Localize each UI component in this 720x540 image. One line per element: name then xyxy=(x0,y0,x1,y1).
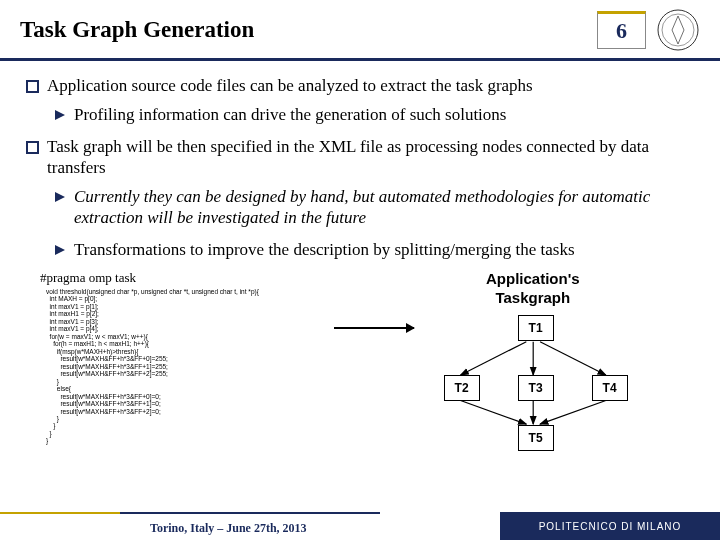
graph-node-t3: T3 xyxy=(518,375,554,401)
slide-footer: Torino, Italy – June 27th, 2013 POLITECN… xyxy=(0,512,720,540)
svg-line-8 xyxy=(540,342,606,375)
svg-marker-4 xyxy=(55,245,65,255)
triangle-bullet-icon xyxy=(54,109,66,125)
square-bullet-icon xyxy=(26,141,39,154)
arrow-icon xyxy=(334,327,414,329)
page-number: 6 xyxy=(616,18,627,43)
bullet-main-1: Application source code files can be ana… xyxy=(26,75,694,96)
graph-node-t5: T5 xyxy=(518,425,554,451)
graph-title: Application's Taskgraph xyxy=(386,270,680,308)
code-body: void threshold(unsigned char *p, unsigne… xyxy=(40,288,386,445)
bullet-sub-1: Profiling information can drive the gene… xyxy=(54,104,694,125)
bullet-text: Task graph will be then specified in the… xyxy=(47,136,694,179)
pragma-line: #pragma omp task xyxy=(40,270,386,286)
graph-node-t1: T1 xyxy=(518,315,554,341)
square-bullet-icon xyxy=(26,80,39,93)
code-snippet: #pragma omp task void threshold(unsigned… xyxy=(40,270,386,448)
bullet-text: Application source code files can be ana… xyxy=(47,75,533,96)
bullet-sub-3: Transformations to improve the descripti… xyxy=(54,239,694,260)
bullet-text: Transformations to improve the descripti… xyxy=(74,239,575,260)
graph-node-t2: T2 xyxy=(444,375,480,401)
bullet-text: Profiling information can drive the gene… xyxy=(74,104,506,125)
page-number-box: 6 xyxy=(597,11,646,49)
svg-marker-3 xyxy=(55,192,65,202)
footer-divider xyxy=(0,512,380,514)
task-graph-figure: Application's Taskgraph T1 T2 T3 T4 T5 xyxy=(386,270,680,448)
slide-title: Task Graph Generation xyxy=(20,17,597,43)
bullet-main-2: Task graph will be then specified in the… xyxy=(26,136,694,179)
bullet-sub-2: Currently they can be designed by hand, … xyxy=(54,186,694,229)
footer-venue: Torino, Italy – June 27th, 2013 xyxy=(150,521,307,536)
svg-marker-2 xyxy=(55,110,65,120)
graph-node-t4: T4 xyxy=(592,375,628,401)
university-seal-icon xyxy=(656,8,700,52)
svg-line-9 xyxy=(460,401,526,425)
svg-line-11 xyxy=(540,401,606,425)
svg-line-6 xyxy=(460,342,526,375)
triangle-bullet-icon xyxy=(54,191,66,229)
bullet-text: Currently they can be designed by hand, … xyxy=(74,186,694,229)
svg-point-1 xyxy=(662,14,694,46)
footer-institution: POLITECNICO DI MILANO xyxy=(500,512,720,540)
triangle-bullet-icon xyxy=(54,244,66,260)
